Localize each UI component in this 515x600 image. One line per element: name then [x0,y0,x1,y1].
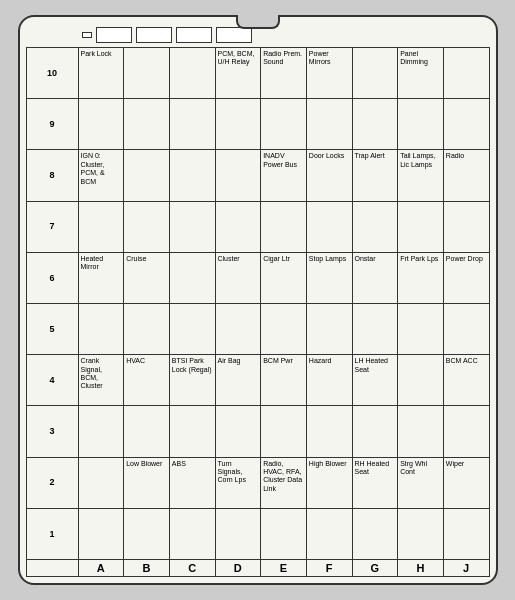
cell-3-7 [398,406,444,457]
cell-4-1: HVAC [124,355,170,406]
fuse-grid: 10Park LockPCM, BCM, U/H RelayRadio Prem… [26,47,490,560]
cell-8-1 [124,150,170,201]
cell-4-7 [398,355,444,406]
cell-4-0: Crank Signal, BCM, Cluster [79,355,125,406]
row-number-10: 10 [27,48,79,99]
cell-6-1: Cruise [124,253,170,304]
header-boxes [82,27,490,43]
cell-1-8 [444,509,490,560]
row-number-1: 1 [27,509,79,560]
cell-7-4 [261,202,307,253]
cell-7-5 [307,202,353,253]
cell-8-2 [170,150,216,201]
cell-5-6 [353,304,399,355]
cell-6-2 [170,253,216,304]
row-number-6: 6 [27,253,79,304]
cell-2-6: RH Heated Seat [353,458,399,509]
cell-10-4: Radio Prem. Sound [261,48,307,99]
cell-8-4: INADV Power Bus [261,150,307,201]
cell-3-5 [307,406,353,457]
row-number-3: 3 [27,406,79,457]
cell-10-1 [124,48,170,99]
cell-9-7 [398,99,444,150]
col-label-H: H [398,560,444,577]
cell-5-0 [79,304,125,355]
cell-1-6 [353,509,399,560]
cell-10-2 [170,48,216,99]
col-label-D: D [216,560,262,577]
row-number-4: 4 [27,355,79,406]
cell-7-6 [353,202,399,253]
cell-8-6: Trap Alert [353,150,399,201]
cell-6-5: Stop Lamps [307,253,353,304]
cell-10-6 [353,48,399,99]
cell-4-5: Hazard [307,355,353,406]
cell-5-1 [124,304,170,355]
cell-1-4 [261,509,307,560]
cell-7-0 [79,202,125,253]
cell-5-4 [261,304,307,355]
col-label-E: E [261,560,307,577]
col-label-G: G [353,560,399,577]
row-number-8: 8 [27,150,79,201]
col-label-C: C [170,560,216,577]
cell-8-8: Radio [444,150,490,201]
cell-1-2 [170,509,216,560]
cell-3-1 [124,406,170,457]
cell-9-0 [79,99,125,150]
cell-8-7: Tail Lamps, Lic Lamps [398,150,444,201]
cell-6-6: Onstar [353,253,399,304]
cell-1-1 [124,509,170,560]
row-number-5: 5 [27,304,79,355]
cell-6-0: Heated Mirror [79,253,125,304]
cell-7-1 [124,202,170,253]
cell-2-1: Low Blower [124,458,170,509]
power-seats-box2 [216,27,252,43]
cell-5-2 [170,304,216,355]
cell-5-5 [307,304,353,355]
header-right [82,25,490,43]
tire-reset-box [82,32,92,38]
cell-1-0 [79,509,125,560]
cell-8-5: Door Locks [307,150,353,201]
cell-6-7: Frt Park Lps [398,253,444,304]
cell-4-3: Air Bag [216,355,262,406]
cell-7-3 [216,202,262,253]
col-label-A: A [79,560,125,577]
power-seats-box1 [176,27,212,43]
cell-10-7: Panel Dimming [398,48,444,99]
cell-2-4: Radio, HVAC, RFA, Cluster Data Link [261,458,307,509]
cell-7-8 [444,202,490,253]
cell-9-6 [353,99,399,150]
cell-10-3: PCM, BCM, U/H Relay [216,48,262,99]
col-label-empty [27,560,79,577]
row-number-7: 7 [27,202,79,253]
col-label-B: B [124,560,170,577]
cell-2-5: High Blower [307,458,353,509]
cell-10-8 [444,48,490,99]
cell-10-5: Power Mirrors [307,48,353,99]
cell-2-2: ABS [170,458,216,509]
cell-2-3: Turn Signals, Corn Lps [216,458,262,509]
cell-2-0 [79,458,125,509]
cell-5-8 [444,304,490,355]
cell-7-7 [398,202,444,253]
cell-9-4 [261,99,307,150]
cell-3-2 [170,406,216,457]
cell-5-7 [398,304,444,355]
pwr-windows-box [96,27,132,43]
cell-6-8: Power Drop [444,253,490,304]
cell-5-3 [216,304,262,355]
cell-3-4 [261,406,307,457]
col-label-F: F [307,560,353,577]
row-number-9: 9 [27,99,79,150]
cell-4-2: BTSI Park Lock (Regal) [170,355,216,406]
grid-container: 10Park LockPCM, BCM, U/H RelayRadio Prem… [26,47,490,577]
cell-9-2 [170,99,216,150]
cell-9-1 [124,99,170,150]
cell-3-6 [353,406,399,457]
cell-4-6: LH Heated Seat [353,355,399,406]
cell-2-7: Strg Whl Cont [398,458,444,509]
cell-9-5 [307,99,353,150]
row-number-2: 2 [27,458,79,509]
